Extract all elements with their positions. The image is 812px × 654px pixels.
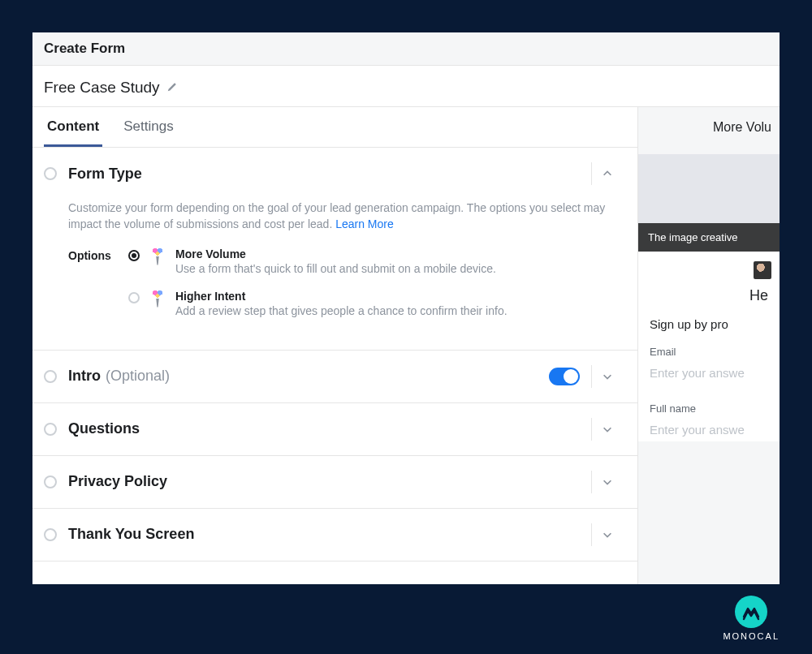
intro-toggle[interactable] (549, 368, 580, 385)
section-radio-icon (44, 370, 57, 383)
radio-icon[interactable] (128, 292, 140, 303)
tabs: Content Settings (32, 107, 637, 148)
form-name-row: Free Case Study (32, 66, 780, 107)
section-questions: Questions (32, 403, 637, 456)
learn-more-link[interactable]: Learn More (335, 217, 394, 230)
avatar (754, 261, 771, 279)
main-panel: Content Settings Form Type (32, 107, 638, 584)
radio-icon[interactable] (128, 250, 140, 261)
section-header-privacy[interactable]: Privacy Policy (32, 456, 637, 508)
form-name: Free Case Study (44, 79, 160, 97)
bouquet-icon (149, 290, 166, 308)
section-title: Thank You Screen (68, 526, 194, 543)
section-title: Questions (68, 420, 140, 437)
options-row: Options More Volume Use a form that's qu… (68, 247, 623, 332)
preview-field-email: Email Enter your answe (646, 346, 771, 385)
section-title: Form Type (68, 166, 142, 183)
field-label: Email (650, 346, 771, 358)
option-desc: Use a form that's quick to fill out and … (175, 262, 623, 275)
field-placeholder[interactable]: Enter your answe (650, 423, 771, 441)
option-title: Higher Intent (175, 290, 623, 303)
preview-image-area: The image creative (638, 154, 780, 252)
option-higher-intent[interactable]: Higher Intent Add a review step that giv… (128, 290, 623, 317)
optional-label: (Optional) (106, 368, 170, 385)
preview-profile (646, 261, 771, 279)
preview-field-fullname: Full name Enter your answe (646, 402, 771, 441)
preview-heading: He (646, 287, 771, 304)
section-radio-icon (44, 528, 57, 541)
tab-content[interactable]: Content (44, 107, 102, 147)
brand-logo: MONOCAL (723, 596, 780, 641)
chevron-down-icon[interactable] (591, 523, 623, 546)
tab-settings[interactable]: Settings (120, 107, 176, 147)
logo-icon (735, 596, 767, 628)
option-title: More Volume (175, 247, 623, 260)
dialog-header: Create Form (32, 32, 780, 66)
preview-banner: The image creative (638, 223, 780, 252)
section-title: Intro (68, 368, 101, 385)
preview-card: He Sign up by pro Email Enter your answe… (638, 252, 780, 441)
section-header-questions[interactable]: Questions (32, 403, 637, 455)
form-type-description: Customize your form depending on the goa… (68, 200, 623, 233)
create-form-dialog: Create Form Free Case Study Content Sett… (32, 32, 780, 584)
chevron-up-icon[interactable] (591, 162, 623, 185)
section-header-thank-you[interactable]: Thank You Screen (32, 509, 637, 561)
dialog-title: Create Form (44, 41, 125, 56)
section-header-intro[interactable]: Intro (Optional) (32, 351, 637, 402)
brand-name: MONOCAL (723, 631, 780, 641)
section-body-form-type: Customize your form depending on the goa… (32, 200, 637, 350)
chevron-down-icon[interactable] (591, 418, 623, 441)
options-label: Options (68, 247, 114, 262)
option-list: More Volume Use a form that's quick to f… (128, 247, 623, 332)
option-desc: Add a review step that gives people a ch… (175, 304, 623, 317)
option-more-volume[interactable]: More Volume Use a form that's quick to f… (128, 247, 623, 275)
bouquet-icon (149, 247, 166, 265)
section-form-type: Form Type Customize your form depending … (32, 148, 637, 351)
chevron-down-icon[interactable] (591, 471, 623, 493)
section-intro: Intro (Optional) (32, 351, 637, 403)
preview-subheading: Sign up by pro (646, 317, 771, 331)
section-radio-icon (44, 475, 57, 488)
body: Content Settings Form Type (32, 107, 780, 584)
chevron-down-icon[interactable] (591, 365, 623, 388)
preview-header: More Volu (638, 107, 780, 143)
section-privacy-policy: Privacy Policy (32, 456, 637, 509)
section-thank-you: Thank You Screen (32, 509, 637, 561)
section-title: Privacy Policy (68, 473, 167, 490)
field-placeholder[interactable]: Enter your answe (650, 366, 771, 385)
section-header-form-type[interactable]: Form Type (32, 148, 637, 200)
preview-panel: More Volu The image creative He Sign up … (638, 107, 780, 584)
sections: Form Type Customize your form depending … (32, 148, 637, 584)
field-label: Full name (650, 402, 771, 415)
edit-name-icon[interactable] (166, 81, 178, 95)
section-radio-icon (44, 423, 57, 436)
section-radio-icon (44, 167, 57, 180)
